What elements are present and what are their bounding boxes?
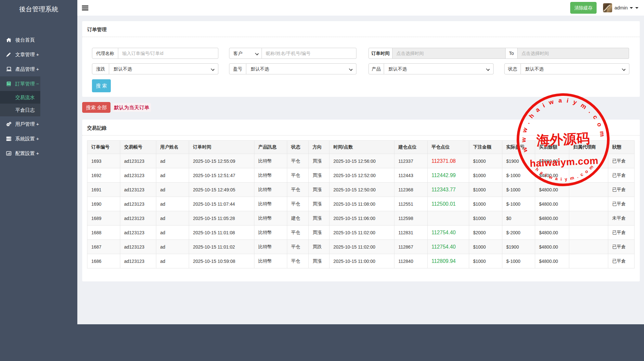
svg-text:海外源码: 海外源码 <box>536 131 590 148</box>
